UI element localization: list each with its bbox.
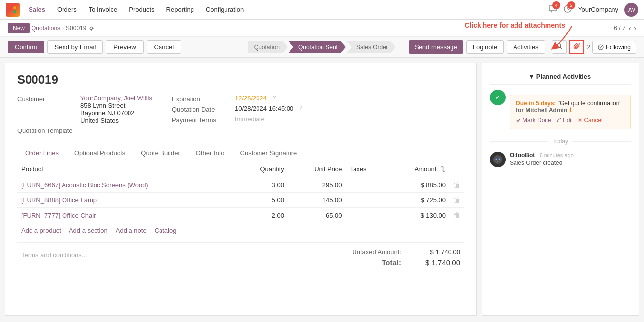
row-unit-price[interactable]: 145.00 <box>288 193 346 208</box>
row-delete[interactable]: 🗑 <box>450 193 464 208</box>
send-by-email-button[interactable]: Send by Email <box>47 40 103 54</box>
row-unit-price[interactable]: 295.00 <box>288 177 346 193</box>
add-note-link[interactable]: Add a note <box>116 227 147 234</box>
col-unit-price: Unit Price <box>288 161 346 177</box>
expiration-label: Expiration <box>172 95 231 103</box>
row-taxes <box>346 193 386 208</box>
order-number: S00019 <box>17 73 464 87</box>
activities-button[interactable]: Activities <box>507 40 545 54</box>
chat-badge: 4 <box>552 1 560 9</box>
pager-count: 6 / 7 <box>614 25 625 32</box>
tab-optional-products[interactable]: Optional Products <box>66 145 133 161</box>
pager-prev[interactable]: ‹ <box>629 24 631 32</box>
today-divider: Today <box>490 134 631 149</box>
svg-point-7 <box>496 159 497 160</box>
catalog-link[interactable]: Catalog <box>155 227 177 234</box>
tab-quote-builder[interactable]: Quote Builder <box>133 145 188 161</box>
col-product: Product <box>17 161 236 177</box>
attachment-button[interactable] <box>569 40 584 54</box>
untaxed-value: $ 1,740.00 <box>421 248 460 256</box>
activity-actions: Mark Done Edit ✕ Cancel <box>516 117 624 124</box>
svg-point-4 <box>90 27 93 30</box>
expiration-value[interactable]: 12/28/2024 <box>235 95 267 102</box>
activity-avatar: ✓ <box>490 90 506 105</box>
customer-address2: Bayonne NJ 07002 <box>80 109 152 117</box>
total-value: $ 1,740.00 <box>421 258 460 267</box>
nav-orders[interactable]: Orders <box>52 4 82 15</box>
status-quotation[interactable]: Quotation <box>248 41 288 53</box>
breadcrumb-separator: › <box>62 25 64 32</box>
customer-address1: 858 Lynn Street <box>80 102 152 109</box>
chatter-area: ▾ Planned Activities ✓ Due in 5 days: "G… <box>482 63 639 316</box>
table-row: [FURN_6667] Acoustic Bloc Screens (Wood)… <box>17 177 464 193</box>
following-button[interactable]: Following <box>592 41 636 54</box>
col-quantity: Quantity <box>236 161 288 177</box>
status-sales-order[interactable]: Sales Order <box>347 41 396 53</box>
settings-icon[interactable] <box>88 25 94 31</box>
add-product-link[interactable]: Add a product <box>21 227 61 234</box>
followers-count: 2 <box>587 44 591 51</box>
row-product[interactable]: [FURN_7777] Office Chair <box>17 208 236 223</box>
row-delete[interactable]: 🗑 <box>450 177 464 193</box>
activity-card: Due in 5 days: "Get quote confirmation" … <box>510 95 631 129</box>
svg-point-6 <box>493 155 502 164</box>
log-note-button[interactable]: Log note <box>466 40 504 54</box>
row-product[interactable]: [FURN_8888] Office Lamp <box>17 193 236 208</box>
date-section: Expiration 12/28/2024 ? Quotation Date 1… <box>172 95 302 126</box>
nav-products[interactable]: Products <box>124 4 159 15</box>
nav-reporting[interactable]: Reporting <box>161 4 199 15</box>
send-message-button[interactable]: Send message <box>409 40 463 54</box>
activity-quote: "Get quote confirmation" <box>558 100 622 107</box>
new-button[interactable]: New <box>8 23 30 33</box>
payment-terms-label: Payment Terms <box>172 115 231 124</box>
col-amount: Amount ⇅ <box>386 161 450 177</box>
totals-area: Untaxed Amount: $ 1,740.00 Total: $ 1,74… <box>346 247 464 268</box>
add-section-link[interactable]: Add a section <box>69 227 108 234</box>
cancel-action[interactable]: ✕ Cancel <box>578 117 602 124</box>
nav-to-invoice[interactable]: To Invoice <box>84 4 123 15</box>
message-text: Sales Order created <box>510 160 574 166</box>
payment-terms-value[interactable]: Immediate <box>235 115 265 123</box>
collapse-icon[interactable]: ▾ <box>530 73 533 80</box>
user-avatar[interactable]: JW <box>624 3 638 17</box>
nav-configuration[interactable]: Configuration <box>201 4 249 15</box>
quotation-date-value[interactable]: 10/28/2024 16:45:00 <box>235 105 293 112</box>
row-quantity[interactable]: 5.00 <box>236 193 288 208</box>
order-lines-table: Product Quantity Unit Price Taxes Amount… <box>17 161 464 223</box>
customer-label: Customer <box>17 95 76 103</box>
activity-icon-btn[interactable]: 2 <box>563 4 572 15</box>
breadcrumb-parent[interactable]: Quotations <box>32 25 60 32</box>
activity-for: for Mitchell Admin <box>516 107 567 114</box>
preview-button[interactable]: Preview <box>106 40 143 54</box>
tab-other-info[interactable]: Other Info <box>188 145 232 161</box>
quotation-date-label: Quotation Date <box>172 105 231 113</box>
main-nav: Sales Orders To Invoice Products Reporti… <box>24 4 249 15</box>
row-delete[interactable]: 🗑 <box>450 208 464 223</box>
record-pager: 6 / 7 ‹ › <box>614 24 636 32</box>
pager-next[interactable]: › <box>634 24 636 32</box>
activity-badge: 2 <box>567 1 575 9</box>
customer-section: Customer YourCompany, Joel Willis 858 Ly… <box>17 95 152 142</box>
row-unit-price[interactable]: 65.00 <box>288 208 346 223</box>
row-quantity[interactable]: 3.00 <box>236 177 288 193</box>
message-sender: OdooBot <box>510 152 535 159</box>
tab-customer-signature[interactable]: Customer Signature <box>232 145 305 161</box>
chat-icon-btn[interactable]: 4 <box>548 4 557 15</box>
status-quotation-sent[interactable]: Quotation Sent <box>289 41 346 53</box>
customer-name[interactable]: YourCompany, Joel Willis <box>80 95 152 102</box>
confirm-button[interactable]: Confirm <box>8 41 44 53</box>
action-bar-wrapper: Confirm Send by Email Preview Cancel Quo… <box>0 37 644 58</box>
nav-right-area: 4 2 YourCompany JW <box>548 3 638 17</box>
row-product[interactable]: [FURN_6667] Acoustic Bloc Screens (Wood) <box>17 177 236 193</box>
expiration-help: ? <box>273 95 276 100</box>
row-quantity[interactable]: 2.00 <box>236 208 288 223</box>
edit-action[interactable]: Edit <box>556 117 573 124</box>
nav-sales[interactable]: Sales <box>24 4 50 15</box>
row-amount: $ 885.00 <box>386 177 450 193</box>
mark-done-action[interactable]: Mark Done <box>516 117 551 124</box>
terms-conditions[interactable]: Terms and conditions... <box>17 247 346 262</box>
cancel-button[interactable]: Cancel <box>147 40 181 54</box>
search-icon-btn[interactable] <box>552 40 567 54</box>
tab-order-lines[interactable]: Order Lines <box>17 145 66 161</box>
svg-point-8 <box>499 159 500 160</box>
